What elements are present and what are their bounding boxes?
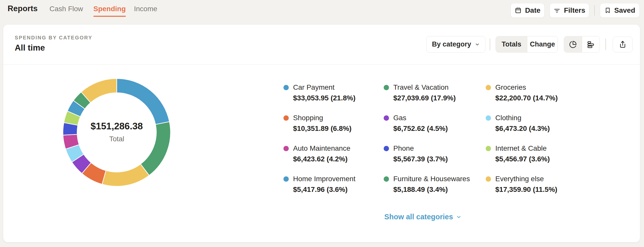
- category-color-dot: [384, 115, 389, 121]
- category-label: Home Improvement: [293, 175, 355, 183]
- category-label: Car Payment: [293, 83, 334, 92]
- category-label: Internet & Cable: [495, 144, 547, 153]
- category-amount: $5,567.39 (3.7%): [393, 155, 486, 163]
- category-amount: $5,456.97 (3.6%): [495, 155, 595, 163]
- legend-grid: Car Payment$33,053.95 (21.8%)Travel & Va…: [283, 83, 595, 205]
- category-label: Clothing: [495, 114, 521, 122]
- mode-segmented-control: Totals Change: [496, 36, 558, 53]
- donut-segment[interactable]: [102, 164, 149, 186]
- tab-income[interactable]: Income: [134, 5, 157, 13]
- donut-segment[interactable]: [141, 122, 171, 175]
- category-label: Travel & Vacation: [393, 83, 449, 92]
- bookmark-icon: [604, 7, 611, 14]
- category-label: Furniture & Housewares: [393, 175, 470, 183]
- export-button[interactable]: [613, 37, 633, 52]
- controls-divider-2: [605, 39, 606, 50]
- category-label: Shopping: [293, 114, 323, 122]
- reports-page: Reports Cash Flow Spending Income Date F…: [0, 0, 644, 247]
- mode-change-label: Change: [530, 40, 555, 48]
- page-title: Reports: [8, 4, 38, 13]
- group-by-dropdown[interactable]: By category: [426, 36, 485, 53]
- category-color-dot: [283, 85, 289, 90]
- donut-view-button[interactable]: [564, 36, 582, 52]
- category-color-dot: [384, 176, 389, 182]
- pie-chart-icon: [569, 41, 577, 48]
- category-amount: $6,473.20 (4.3%): [495, 125, 595, 133]
- chevron-down-icon: [456, 214, 462, 220]
- tab-cash-flow[interactable]: Cash Flow: [49, 5, 83, 13]
- legend-item[interactable]: Clothing$6,473.20 (4.3%): [486, 114, 595, 144]
- share-export-icon: [619, 41, 626, 48]
- controls-divider-1: [490, 39, 490, 50]
- donut-chart: [61, 76, 173, 188]
- filters-button[interactable]: Filters: [550, 3, 589, 18]
- saved-button-label: Saved: [614, 6, 635, 14]
- filters-button-label: Filters: [564, 6, 585, 14]
- saved-button[interactable]: Saved: [600, 3, 640, 18]
- tab-spending[interactable]: Spending: [93, 5, 126, 13]
- card-eyebrow: SPENDING BY CATEGORY: [15, 35, 92, 41]
- card-header-divider: [3, 64, 640, 65]
- category-color-dot: [283, 115, 289, 121]
- category-amount: $6,752.62 (4.5%): [393, 125, 486, 133]
- calendar-icon: [515, 7, 522, 14]
- legend-item[interactable]: Everything else$17,359.90 (11.5%): [486, 175, 595, 205]
- category-amount: $10,351.89 (6.8%): [293, 125, 384, 133]
- category-color-dot: [283, 176, 289, 182]
- legend-item[interactable]: Phone$5,567.39 (3.7%): [384, 144, 486, 175]
- category-amount: $33,053.95 (21.8%): [293, 94, 384, 102]
- legend-item[interactable]: Furniture & Housewares$5,188.49 (3.4%): [384, 175, 486, 205]
- category-amount: $5,417.96 (3.6%): [293, 186, 384, 194]
- category-color-dot: [384, 146, 389, 151]
- category-amount: $6,423.62 (4.2%): [293, 155, 384, 163]
- category-label: Gas: [393, 114, 406, 122]
- category-color-dot: [486, 115, 491, 121]
- category-amount: $5,188.49 (3.4%): [393, 186, 486, 194]
- category-color-dot: [486, 146, 491, 151]
- legend-item[interactable]: Home Improvement$5,417.96 (3.6%): [283, 175, 384, 205]
- mode-totals-label: Totals: [502, 40, 521, 48]
- legend-item[interactable]: Car Payment$33,053.95 (21.8%): [283, 83, 384, 114]
- spending-by-category-card: SPENDING BY CATEGORY All time By categor…: [3, 25, 640, 242]
- category-color-dot: [486, 176, 491, 182]
- timeframe-title: All time: [15, 43, 45, 53]
- mode-change-button[interactable]: Change: [527, 36, 557, 52]
- legend-item[interactable]: Shopping$10,351.89 (6.8%): [283, 114, 384, 144]
- filter-icon: [553, 7, 561, 14]
- legend-item[interactable]: Auto Maintenance$6,423.62 (4.2%): [283, 144, 384, 175]
- chart-type-toggle: [564, 36, 600, 53]
- legend-item[interactable]: Groceries$22,200.70 (14.7%): [486, 83, 595, 114]
- category-color-dot: [384, 85, 389, 90]
- chevron-down-icon: [475, 42, 480, 47]
- legend-item[interactable]: Gas$6,752.62 (4.5%): [384, 114, 486, 144]
- category-amount: $22,200.70 (14.7%): [495, 94, 595, 102]
- horizontal-bars-icon: [587, 41, 595, 48]
- category-color-dot: [283, 146, 289, 151]
- donut-segment[interactable]: [117, 79, 170, 125]
- category-amount: $17,359.90 (11.5%): [495, 186, 595, 194]
- date-button[interactable]: Date: [511, 3, 545, 18]
- category-color-dot: [486, 85, 491, 90]
- legend-item[interactable]: Internet & Cable$5,456.97 (3.6%): [486, 144, 595, 175]
- category-label: Auto Maintenance: [293, 144, 350, 153]
- category-amount: $27,039.69 (17.9%): [393, 94, 486, 102]
- show-all-label: Show all categories: [384, 213, 453, 221]
- legend-item[interactable]: Travel & Vacation$27,039.69 (17.9%): [384, 83, 486, 114]
- mode-totals-button[interactable]: Totals: [496, 36, 527, 52]
- nav-divider: [594, 5, 595, 16]
- category-label: Phone: [393, 144, 414, 153]
- category-label: Groceries: [495, 83, 526, 92]
- bar-view-button[interactable]: [582, 36, 600, 52]
- show-all-categories-link[interactable]: Show all categories: [372, 213, 474, 221]
- group-by-label: By category: [432, 40, 471, 48]
- category-label: Everything else: [495, 175, 544, 183]
- date-button-label: Date: [525, 6, 540, 14]
